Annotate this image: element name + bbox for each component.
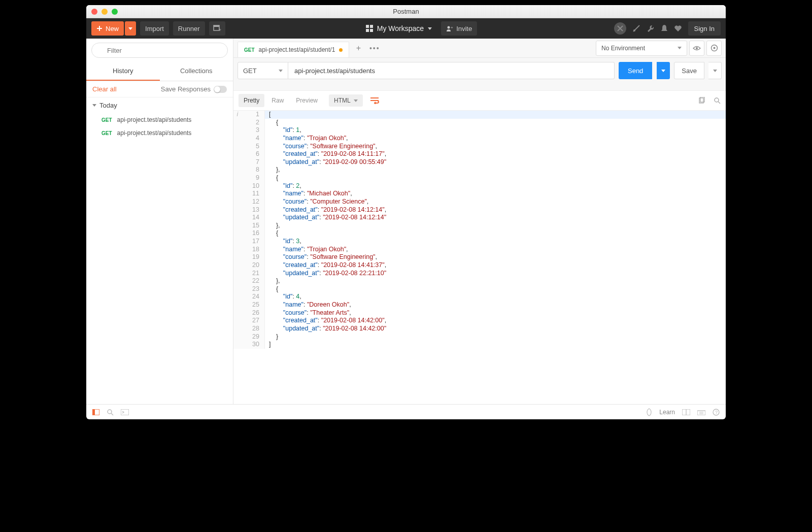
settings-button[interactable] [706,41,722,56]
response-body[interactable]: i1[2 {3 "id": 1,4 "name": "Trojan Okoh",… [233,111,726,404]
tab-collections[interactable]: Collections [160,62,233,81]
sync-off-icon[interactable] [614,22,626,35]
bootcamp-icon[interactable] [646,408,652,416]
environment-selector[interactable]: No Environment [596,41,687,56]
method-selector[interactable]: GET [238,62,288,79]
main-panel: GET api-project.test/api/student/1 + •••… [233,39,726,404]
learn-link[interactable]: Learn [659,409,675,416]
history-item[interactable]: GETapi-project.test/api/students [86,113,233,126]
code-line: 12 "course": "Computer Science", [233,198,726,206]
send-button[interactable]: Send [619,62,652,79]
save-button[interactable]: Save [674,62,704,79]
console-icon[interactable] [121,409,129,415]
main-toolbar: New Import Runner + My Workspace + Invit… [86,18,726,39]
sidebar: History Collections Clear all Save Respo… [86,39,233,404]
chevron-down-icon [678,47,682,49]
history-url: api-project.test/api/students [117,116,192,123]
svg-rect-5 [366,25,369,28]
svg-rect-27 [121,409,129,415]
code-line: 8 }, [233,166,726,174]
new-tab-button[interactable]: + [351,41,365,55]
new-button[interactable]: New [91,21,124,36]
request-tab[interactable]: GET api-project.test/api/student/1 [238,42,349,57]
svg-text:+: + [219,27,221,32]
method-badge: GET [101,117,112,123]
save-responses-toggle[interactable] [214,86,227,93]
two-pane-icon[interactable] [682,409,690,415]
history-item[interactable]: GETapi-project.test/api/students [86,126,233,140]
url-input[interactable] [288,62,615,79]
workspace-label: My Workspace [377,24,424,32]
wrench-icon[interactable] [647,24,655,32]
plus-icon [96,25,103,31]
svg-line-22 [718,102,720,104]
code-line: 29 } [233,333,726,341]
tab-options-button[interactable]: ••• [367,41,382,55]
workspace-selector[interactable]: My Workspace [362,22,436,35]
view-raw[interactable]: Raw [266,94,289,107]
environment-quicklook-button[interactable] [689,41,704,56]
window-minimize-icon[interactable] [101,9,108,15]
import-button[interactable]: Import [140,21,169,36]
clear-all-link[interactable]: Clear all [92,85,117,93]
chevron-down-icon [92,104,96,107]
history-url: api-project.test/api/students [117,129,192,137]
chevron-down-icon [279,70,283,72]
app-window: Postman New Import Runner + My Workspace… [86,5,726,419]
wrap-lines-icon[interactable] [370,97,379,104]
svg-text:?: ? [715,410,718,415]
code-line: 4 "name": "Trojan Okoh", [233,135,726,143]
code-line: 14 "updated_at": "2019-02-08 14:12:14" [233,214,726,222]
chevron-down-icon [713,70,717,72]
history-group-header[interactable]: Today [86,97,233,113]
code-line: 15 }, [233,222,726,230]
sidebar-toggle-icon[interactable] [92,409,99,415]
bell-icon[interactable] [661,24,668,32]
view-preview[interactable]: Preview [291,94,323,107]
format-selector[interactable]: HTML [329,94,363,107]
new-dropdown-button[interactable] [125,21,136,36]
titlebar: Postman [86,5,726,18]
view-pretty[interactable]: Pretty [239,94,264,107]
person-plus-icon: + [446,25,453,31]
code-line: 21 "updated_at": "2019-02-08 22:21:10" [233,270,726,278]
satellite-icon[interactable] [632,24,640,32]
svg-rect-7 [366,29,369,32]
filter-input[interactable] [91,43,228,58]
code-line: 28 "updated_at": "2019-02-08 14:42:00" [233,325,726,333]
tab-history[interactable]: History [86,62,160,81]
invite-button[interactable]: + Invite [441,21,477,36]
find-icon[interactable] [107,409,114,416]
chevron-down-icon [354,99,358,102]
window-close-icon[interactable] [91,9,97,15]
keyboard-shortcuts-icon[interactable] [697,409,705,415]
signin-button[interactable]: Sign In [688,21,721,36]
svg-rect-1 [97,28,102,29]
svg-rect-24 [92,409,95,415]
window-maximize-icon[interactable] [112,9,118,15]
code-line: 25 "name": "Doreen Okoh", [233,301,726,309]
code-line: 2 { [233,119,726,127]
svg-point-16 [713,47,715,49]
svg-rect-6 [370,25,373,28]
copy-icon[interactable] [698,97,705,104]
new-button-label: New [106,25,119,32]
code-line: 13 "created_at": "2019-02-08 14:12:14", [233,206,726,214]
code-line: 27 "created_at": "2019-02-08 14:42:00", [233,317,726,325]
heart-icon[interactable] [674,25,682,32]
window-plus-icon: + [213,25,221,32]
save-dropdown-button[interactable] [708,62,722,79]
code-line: 16 { [233,229,726,238]
search-response-icon[interactable] [714,97,721,104]
svg-text:+: + [451,25,453,30]
runner-button[interactable]: Runner [173,21,205,36]
code-line: 3 "id": 1, [233,126,726,135]
new-window-button[interactable]: + [209,21,225,36]
code-line: 20 "created_at": "2019-02-08 14:41:37", [233,261,726,270]
send-dropdown-button[interactable] [657,62,670,79]
code-line: 11 "name": "Michael Okoh", [233,190,726,198]
chevron-down-icon [661,70,665,72]
help-icon[interactable]: ? [713,409,720,416]
eye-icon [693,46,701,51]
code-line: 30] [233,341,726,349]
